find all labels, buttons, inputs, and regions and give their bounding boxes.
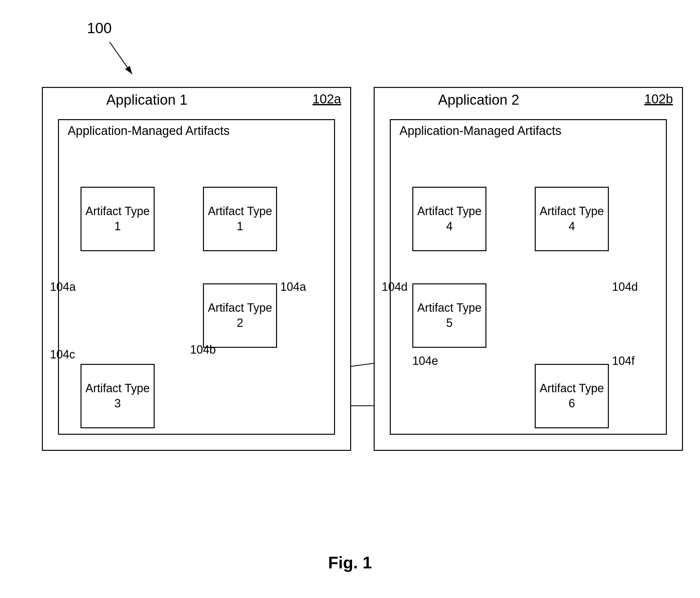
diagram: 100 <box>0 0 700 598</box>
app2-label: Application 2 <box>438 92 519 108</box>
app1-label: Application 1 <box>106 92 188 108</box>
app2-artifact-type6: Artifact Type 6 <box>535 364 609 428</box>
ref-104b: 104b <box>190 343 216 357</box>
app1-managed-label: Application-Managed Artifacts <box>68 124 230 138</box>
ref-104d-right: 104d <box>612 280 638 294</box>
app1-artifact-type3: Artifact Type 3 <box>80 364 155 428</box>
figure-label: Fig. 1 <box>328 553 372 572</box>
ref-104a-right: 104a <box>280 280 306 294</box>
ref-104e: 104e <box>412 354 438 368</box>
app2-ref: 102b <box>644 92 673 106</box>
app1-artifact-type1b: Artifact Type 1 <box>203 187 277 251</box>
app2-artifact-type4a: Artifact Type 4 <box>412 187 486 251</box>
ref-104d-left: 104d <box>382 280 407 294</box>
app1-artifact-type1a: Artifact Type 1 <box>80 187 155 251</box>
ref-104f: 104f <box>612 354 634 368</box>
app1-ref: 102a <box>312 92 341 106</box>
app2-managed-label: Application-Managed Artifacts <box>399 124 561 138</box>
ref-104a-left: 104a <box>50 280 76 294</box>
svg-line-1 <box>109 42 132 74</box>
ref-100-label: 100 <box>87 19 112 37</box>
ref-104c: 104c <box>50 348 75 361</box>
app1-artifact-type2: Artifact Type 2 <box>203 283 277 348</box>
app2-artifact-type4b: Artifact Type 4 <box>535 187 609 251</box>
app2-artifact-type5: Artifact Type 5 <box>412 283 486 348</box>
app2-managed-box <box>390 119 667 435</box>
